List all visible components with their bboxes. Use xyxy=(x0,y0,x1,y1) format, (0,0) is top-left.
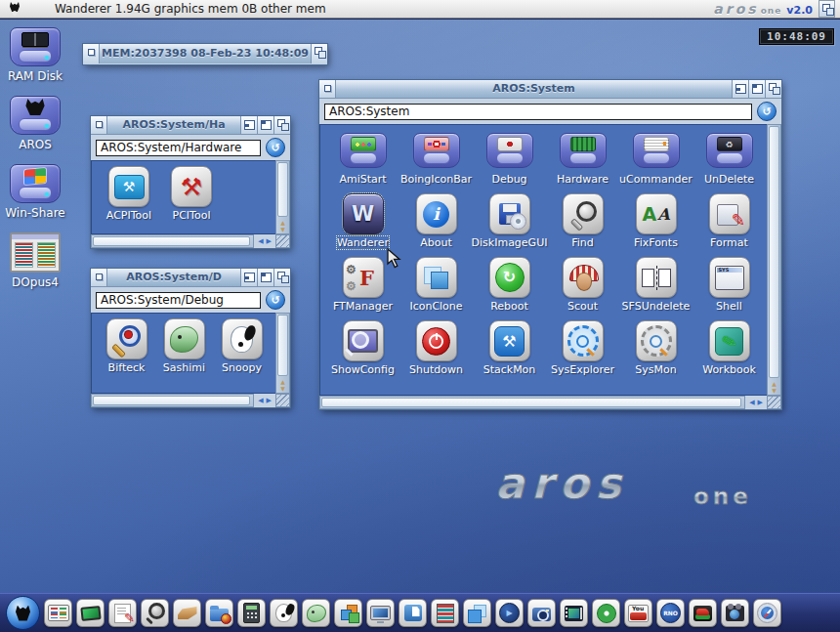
file-icon-fixfonts[interactable]: AAFixFonts xyxy=(619,193,693,257)
file-icon-acpitool[interactable]: ACPITool xyxy=(98,166,160,222)
dock-snoopy-button[interactable] xyxy=(270,599,298,627)
dock-player-button[interactable] xyxy=(495,599,524,627)
hscroll-arrows[interactable]: ◀▶ xyxy=(745,396,767,409)
file-area[interactable]: ACPIToolPCITool xyxy=(91,160,275,234)
file-icon-reboot[interactable]: Reboot xyxy=(473,257,546,320)
path-input[interactable] xyxy=(324,104,752,120)
file-icon-find[interactable]: Find xyxy=(546,193,619,257)
file-icon-about[interactable]: About xyxy=(399,193,473,257)
close-gadget[interactable] xyxy=(91,269,107,286)
dock-text-editor-button[interactable] xyxy=(108,599,137,627)
parent-dir-button[interactable] xyxy=(266,138,285,157)
depth-gadget[interactable] xyxy=(765,80,781,98)
file-icon-stackmon[interactable]: StackMon xyxy=(473,320,546,384)
file-icon-sfsundelete[interactable]: SFSUndelete xyxy=(619,257,693,320)
file-icon-iconclone[interactable]: IconClone xyxy=(399,257,473,320)
file-icon-boingiconbar[interactable]: BoingIconBar xyxy=(399,130,473,193)
file-icon-sysexplorer[interactable]: SysExplorer xyxy=(546,320,619,384)
file-icon-scout[interactable]: Scout xyxy=(546,257,619,320)
file-icon-ucommander[interactable]: uCommander xyxy=(619,130,693,193)
depth-gadget[interactable] xyxy=(273,116,290,134)
dock-icon-editor-button[interactable] xyxy=(334,599,362,627)
dock-browser-compass-button[interactable] xyxy=(753,599,781,627)
dock-youtube-button[interactable] xyxy=(624,599,652,627)
dock-dopus-button[interactable] xyxy=(44,599,72,627)
file-icon-undelete[interactable]: UnDelete xyxy=(693,130,766,193)
zoom-gadget[interactable] xyxy=(748,80,765,98)
dock-green-screen-button[interactable] xyxy=(76,599,105,627)
parent-dir-button[interactable] xyxy=(266,290,285,310)
file-icon-bifteck[interactable]: Bifteck xyxy=(98,318,155,374)
close-gadget[interactable] xyxy=(319,80,336,98)
dock-rno-tunes-button[interactable] xyxy=(656,599,685,627)
path-input[interactable] xyxy=(96,140,261,156)
close-gadget[interactable] xyxy=(91,116,107,134)
dock-mem-bars-button[interactable] xyxy=(431,599,459,627)
zoom-gadget[interactable] xyxy=(257,116,273,134)
close-gadget[interactable] xyxy=(83,44,100,63)
dock-green-disc-button[interactable] xyxy=(592,599,620,627)
hscroll-arrows[interactable]: ◀▶ xyxy=(254,234,275,248)
dock-sashimi-button[interactable] xyxy=(302,599,330,627)
file-icon-showconfig[interactable]: ShowConfig xyxy=(326,320,399,384)
resize-grip[interactable] xyxy=(767,396,781,409)
window-titlebar[interactable]: AROS:System/D xyxy=(91,269,290,287)
dock-copy-button[interactable] xyxy=(463,599,491,627)
window-titlebar[interactable]: AROS:System/Ha xyxy=(91,116,290,135)
window-hardware[interactable]: AROS:System/Ha ACPIToolPCITool ▲▼ ◀▶ xyxy=(91,116,290,248)
file-icon-shutdown[interactable]: Shutdown xyxy=(399,320,473,384)
screen-depth-gadget[interactable] xyxy=(819,0,835,18)
file-icon-sysmon[interactable]: SysMon xyxy=(619,320,693,384)
dock-film-globe-button[interactable] xyxy=(721,599,749,627)
parent-dir-button[interactable] xyxy=(757,102,777,121)
desktop-icon-aros[interactable]: AROS xyxy=(10,96,61,151)
file-icon-amistart[interactable]: AmiStart xyxy=(326,130,399,193)
mem-titlebar[interactable]: MEM:2037398 08-Feb-23 10:48:09 xyxy=(83,44,327,63)
horizontal-scrollbar[interactable] xyxy=(91,394,254,407)
window-system[interactable]: AROS:System AmiStartBoingIconBarDebugHar… xyxy=(319,80,781,409)
depth-gadget[interactable] xyxy=(311,44,327,63)
dock-calculator-button[interactable] xyxy=(237,599,266,627)
file-icon-hardware[interactable]: Hardware xyxy=(546,130,619,193)
mem-window[interactable]: MEM:2037398 08-Feb-23 10:48:09 xyxy=(83,44,327,64)
dock-film-button[interactable] xyxy=(560,599,588,627)
dock-folder-prefs-button[interactable] xyxy=(205,599,233,627)
iconify-gadget[interactable] xyxy=(240,116,257,134)
iconify-gadget[interactable] xyxy=(732,80,748,98)
hscroll-arrows[interactable]: ◀▶ xyxy=(254,394,275,407)
file-icon-snoopy[interactable]: Snoopy xyxy=(213,318,271,374)
file-area[interactable]: BifteckSashimiSnoopy xyxy=(91,313,275,394)
file-icon-format[interactable]: Format xyxy=(693,193,766,257)
menubar[interactable]: Wanderer 1.94G graphics mem 0B other mem… xyxy=(0,0,840,19)
vertical-scrollbar[interactable]: ▲▼ xyxy=(767,124,781,396)
file-icon-sashimi[interactable]: Sashimi xyxy=(155,318,213,374)
dock-aros-menu-button[interactable] xyxy=(6,596,40,630)
file-icon-shell[interactable]: Shell xyxy=(693,257,766,320)
path-input[interactable] xyxy=(96,292,261,309)
vertical-scrollbar[interactable]: ▲▼ xyxy=(275,160,290,234)
depth-gadget[interactable] xyxy=(273,269,290,286)
vertical-scrollbar[interactable]: ▲▼ xyxy=(275,313,290,394)
horizontal-scrollbar[interactable] xyxy=(91,234,254,248)
dock-camera-button[interactable] xyxy=(527,599,556,627)
file-icon-debug[interactable]: Debug xyxy=(473,130,546,193)
file-icon-pcitool[interactable]: PCITool xyxy=(160,166,223,222)
desktop-icon-win-share[interactable]: Win-Share xyxy=(5,164,65,220)
desktop[interactable]: 10:48:09 MEM:2037398 08-Feb-23 10:48:09 … xyxy=(0,18,840,593)
zoom-gadget[interactable] xyxy=(257,269,273,286)
dock-hand-tool-button[interactable] xyxy=(173,599,201,627)
dock-car-tunes-button[interactable] xyxy=(689,599,717,627)
desktop-icon-dopus4[interactable]: DOpus4 xyxy=(10,232,61,289)
dock-page-button[interactable] xyxy=(399,599,427,627)
desktop-icon-ram-disk[interactable]: RAM Disk xyxy=(8,27,63,83)
iconify-gadget[interactable] xyxy=(240,269,257,286)
file-icon-diskimagegui[interactable]: DiskImageGUI xyxy=(473,193,546,257)
resize-grip[interactable] xyxy=(275,234,290,248)
resize-grip[interactable] xyxy=(275,394,290,407)
file-icon-workbook[interactable]: Workbook xyxy=(693,320,766,384)
dock-monitor-button[interactable] xyxy=(366,599,395,627)
window-debug[interactable]: AROS:System/D BifteckSashimiSnoopy ▲▼ ◀▶ xyxy=(91,269,290,407)
dock-search-button[interactable] xyxy=(141,599,169,627)
horizontal-scrollbar[interactable] xyxy=(319,396,745,409)
window-titlebar[interactable]: AROS:System xyxy=(319,80,781,99)
